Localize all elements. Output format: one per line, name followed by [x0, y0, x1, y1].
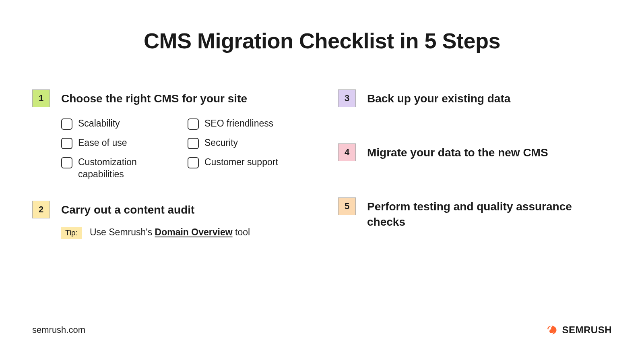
checkbox-icon[interactable]	[61, 138, 72, 149]
footer: semrush.com SEMRUSH	[32, 323, 612, 337]
check-item: SEO friendliness	[188, 118, 306, 130]
step-2-tip: Tip: Use Semrush's Domain Overview tool	[61, 227, 306, 239]
check-label: Scalability	[78, 118, 120, 130]
step-5: 5 Perform testing and quality assurance …	[338, 197, 612, 230]
check-label: Ease of use	[78, 137, 127, 149]
check-label: SEO friendliness	[204, 118, 273, 130]
check-item: Ease of use	[61, 137, 180, 149]
step-number-2: 2	[32, 201, 50, 218]
step-5-title: Perform testing and quality assurance ch…	[367, 199, 612, 230]
step-2-title: Carry out a content audit	[61, 202, 306, 218]
svg-point-0	[549, 329, 553, 333]
step-1-title: Choose the right CMS for your site	[61, 91, 306, 106]
checkbox-icon[interactable]	[188, 118, 199, 130]
step-number-5: 5	[338, 197, 356, 215]
check-label: Customization capabilities	[78, 156, 180, 181]
checkbox-icon[interactable]	[61, 118, 72, 130]
step-4-title: Migrate your data to the new CMS	[367, 145, 612, 160]
brand-logo: SEMRUSH	[545, 323, 612, 337]
checkbox-icon[interactable]	[188, 157, 199, 168]
left-column: 1 Choose the right CMS for your site Sca…	[32, 89, 306, 266]
tip-text: Use Semrush's Domain Overview tool	[90, 227, 250, 238]
check-item: Security	[188, 137, 306, 149]
checkbox-icon[interactable]	[61, 157, 72, 168]
step-4: 4 Migrate your data to the new CMS	[338, 143, 612, 161]
step-number-3: 3	[338, 89, 356, 107]
right-column: 3 Back up your existing data 4 Migrate y…	[338, 89, 612, 266]
checkbox-icon[interactable]	[188, 138, 199, 149]
page-title: CMS Migration Checklist in 5 Steps	[32, 28, 612, 53]
footer-url: semrush.com	[32, 325, 85, 335]
tip-suffix: tool	[233, 227, 250, 237]
step-number-4: 4	[338, 143, 356, 161]
step-2: 2 Carry out a content audit Tip: Use Sem…	[32, 201, 306, 239]
steps-columns: 1 Choose the right CMS for your site Sca…	[32, 89, 612, 266]
step-1: 1 Choose the right CMS for your site Sca…	[32, 89, 306, 181]
flame-icon	[545, 323, 559, 337]
tip-link[interactable]: Domain Overview	[155, 227, 233, 237]
check-label: Security	[204, 137, 238, 149]
step-3: 3 Back up your existing data	[338, 89, 612, 107]
tip-prefix: Use Semrush's	[90, 227, 155, 237]
tip-badge: Tip:	[61, 227, 82, 239]
check-item: Customization capabilities	[61, 156, 180, 181]
step-3-title: Back up your existing data	[367, 91, 612, 106]
brand-name: SEMRUSH	[562, 324, 612, 336]
step-number-1: 1	[32, 89, 50, 107]
check-item: Scalability	[61, 118, 180, 130]
check-label: Customer support	[204, 156, 278, 168]
check-item: Customer support	[188, 156, 306, 181]
step-1-checklist: Scalability SEO friendliness Ease of use	[61, 118, 306, 181]
